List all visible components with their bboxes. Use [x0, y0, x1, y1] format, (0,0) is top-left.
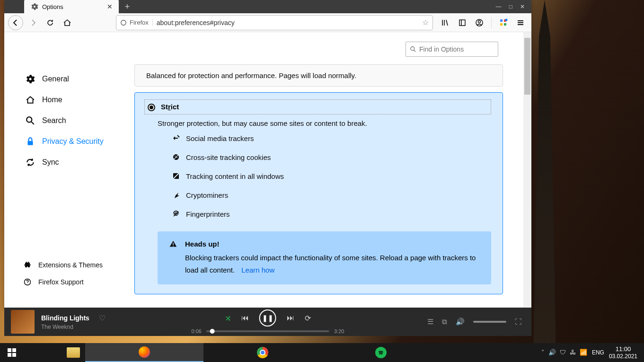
tray-language[interactable]: ENG [592, 349, 604, 356]
address-bar[interactable]: Firefox ☆ [116, 15, 433, 30]
extension-button[interactable] [496, 16, 511, 30]
back-button[interactable] [8, 15, 23, 30]
window-titlebar[interactable]: Options ✕ + — □ ✕ [4, 0, 531, 13]
album-art[interactable] [11, 310, 35, 334]
svg-line-13 [31, 122, 34, 124]
sidebar-item-search[interactable]: Search [23, 112, 130, 130]
account-button[interactable] [472, 16, 486, 30]
standard-protection-card[interactable]: Balanced for protection and performance.… [134, 64, 503, 87]
svg-rect-27 [12, 353, 16, 357]
minimize-icon[interactable]: — [496, 3, 502, 10]
maximize-icon[interactable]: □ [509, 3, 512, 10]
reload-button[interactable] [43, 16, 57, 30]
taskbar-file-explorer[interactable] [62, 343, 85, 362]
strict-blocks-list: Social media trackers Cross-site trackin… [172, 134, 491, 218]
browser-toolbar: Firefox ☆ [4, 13, 531, 32]
preferences-footer: Extensions & Themes Firefox Support [4, 258, 130, 308]
close-icon[interactable]: ✕ [520, 3, 525, 10]
sidebar-item-sync[interactable]: Sync [23, 153, 130, 171]
browser-tab[interactable]: Options ✕ [24, 0, 119, 15]
new-tab-button[interactable]: + [121, 0, 134, 13]
sidebar-item-home[interactable]: Home [23, 91, 130, 109]
track-title[interactable]: Blinding Lights [41, 314, 89, 322]
sync-icon [25, 157, 35, 168]
tab-close-icon[interactable]: ✕ [106, 2, 114, 11]
sidebar-label: Sync [42, 158, 59, 167]
window-controls: — □ ✕ [496, 3, 529, 10]
volume-slider[interactable] [473, 321, 506, 323]
svg-rect-25 [12, 348, 16, 352]
url-input[interactable] [157, 19, 418, 26]
previous-track-icon[interactable]: ⏮ [241, 314, 249, 322]
firefox-icon [120, 19, 127, 26]
track-artist[interactable]: The Weeknd [41, 324, 106, 330]
find-in-options[interactable]: Find in Options [406, 42, 498, 57]
svg-rect-5 [500, 19, 503, 22]
play-pause-button[interactable]: ❚❚ [259, 309, 276, 327]
heart-icon[interactable]: ♡ [99, 314, 106, 323]
extensions-themes-link[interactable]: Extensions & Themes [23, 258, 130, 272]
list-item-crypto: Cryptominers [172, 191, 491, 199]
taskbar-firefox[interactable] [85, 343, 203, 362]
tray-chevron-icon[interactable]: ˄ [541, 349, 545, 356]
sidebar-item-general[interactable]: General [23, 70, 130, 88]
devices-icon[interactable]: ⧉ [442, 318, 447, 326]
learn-how-link[interactable]: Learn how [241, 266, 274, 274]
svg-point-4 [478, 20, 481, 23]
bookmark-star-icon[interactable]: ☆ [422, 18, 429, 27]
scrollbar-thumb[interactable] [524, 38, 530, 95]
start-button[interactable] [0, 343, 24, 362]
footer-label: Firefox Support [38, 278, 84, 286]
content-scrollbar[interactable] [523, 32, 531, 308]
svg-rect-8 [504, 23, 506, 26]
radio-selected-icon[interactable] [148, 104, 155, 111]
firefox-support-link[interactable]: Firefox Support [23, 275, 130, 289]
media-info: Blinding Lights ♡ The Weeknd [41, 314, 106, 330]
home-button[interactable] [60, 16, 74, 30]
library-button[interactable] [438, 16, 452, 30]
repeat-icon[interactable]: ⟳ [305, 314, 311, 323]
preferences-sidebar: General Home Search Privacy & Security S… [4, 32, 130, 171]
svg-point-12 [26, 117, 32, 122]
svg-line-16 [177, 135, 179, 137]
svg-rect-7 [500, 23, 503, 26]
windows-taskbar: ˄ 🔊 🛡 🖧 📶 ENG 11:00 03.02.2021 [0, 343, 644, 362]
strict-title: Strict [161, 103, 179, 111]
tray-volume-icon[interactable]: 🔊 [548, 349, 556, 356]
tray-clock[interactable]: 11:00 03.02.2021 [609, 345, 637, 360]
volume-icon[interactable]: 🔊 [456, 318, 465, 326]
strict-radio-row[interactable]: Strict [144, 99, 491, 115]
tray-wifi-icon[interactable]: 📶 [580, 349, 587, 356]
footer-label: Extensions & Themes [38, 261, 103, 269]
strict-protection-card[interactable]: Strict Stronger protection, but may caus… [134, 92, 503, 294]
headsup-notice: Heads up! Blocking trackers could impact… [158, 231, 491, 284]
strict-description: Stronger protection, but may cause some … [158, 119, 491, 127]
fullscreen-icon[interactable]: ⛶ [515, 318, 522, 326]
social-tracker-icon [172, 134, 180, 142]
elapsed-time: 0:06 [192, 328, 202, 334]
forward-button[interactable] [26, 16, 40, 30]
next-track-icon[interactable]: ⏭ [287, 314, 294, 322]
identity-box[interactable]: Firefox [120, 19, 153, 26]
headsup-title: Heads up! [185, 240, 480, 248]
tab-title: Options [42, 3, 102, 10]
shuffle-icon[interactable]: ⤨ [225, 314, 231, 323]
progress-track[interactable] [206, 330, 329, 332]
gear-icon [25, 74, 35, 84]
media-controls: ⤨ ⏮ ❚❚ ⏭ ⟳ 0:06 3:20 [192, 309, 344, 334]
queue-icon[interactable]: ☰ [427, 318, 433, 326]
cookie-icon [172, 153, 180, 161]
headsup-text: Blocking trackers could impact the funct… [185, 252, 480, 276]
standard-description: Balanced for protection and performance.… [146, 71, 356, 79]
sidebar-item-privacy[interactable]: Privacy & Security [23, 132, 130, 150]
lock-icon [25, 136, 35, 147]
taskbar-spotify[interactable] [322, 343, 440, 362]
taskbar-chrome[interactable] [203, 343, 322, 362]
tray-security-icon[interactable]: 🛡 [560, 349, 566, 356]
search-icon [410, 46, 416, 53]
list-item-fingerprint: Fingerprinters [172, 210, 491, 218]
tray-network-icon[interactable]: 🖧 [570, 349, 576, 356]
search-icon [25, 115, 35, 126]
sidebar-button[interactable] [455, 16, 469, 30]
menu-button[interactable] [513, 16, 528, 30]
